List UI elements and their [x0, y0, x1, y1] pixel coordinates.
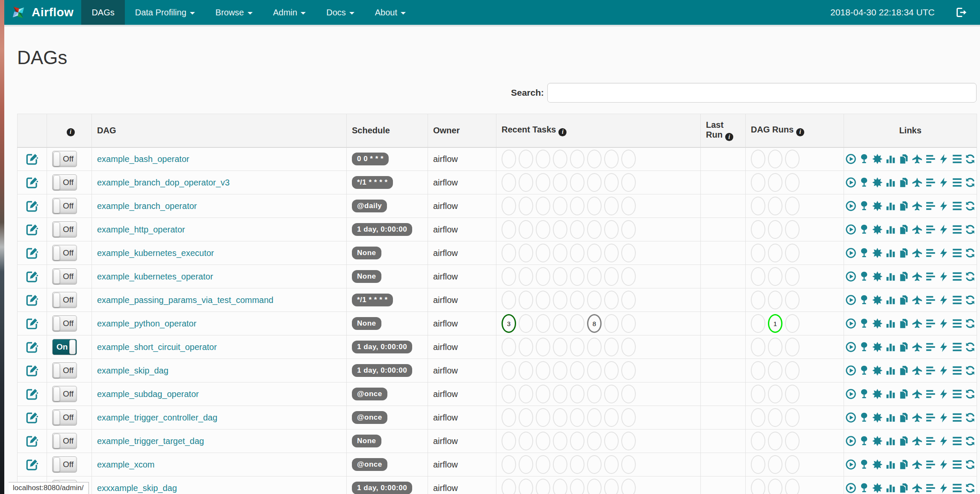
recent-task-circle[interactable]: [604, 220, 619, 239]
tree-view-icon[interactable]: [859, 318, 870, 329]
recent-task-circle[interactable]: [553, 455, 567, 474]
dag-run-circle[interactable]: [785, 173, 800, 192]
dag-link[interactable]: example_bash_operator: [97, 154, 189, 164]
dag-link[interactable]: example_xcom: [97, 460, 155, 469]
task-duration-icon[interactable]: [885, 482, 896, 494]
tree-view-icon[interactable]: [859, 482, 870, 494]
dag-run-circle[interactable]: [768, 408, 782, 427]
recent-task-circle[interactable]: [553, 479, 567, 494]
recent-task-circle[interactable]: [621, 291, 636, 309]
recent-task-circle[interactable]: [570, 220, 584, 239]
recent-task-circle[interactable]: [621, 432, 636, 450]
gantt-view-icon[interactable]: [925, 459, 936, 470]
recent-task-circle[interactable]: [570, 291, 584, 309]
dag-pause-toggle[interactable]: On: [52, 339, 77, 355]
recent-task-circle[interactable]: [570, 455, 584, 474]
search-input[interactable]: [547, 83, 977, 103]
recent-task-circle[interactable]: [621, 150, 636, 168]
dag-run-circle[interactable]: [785, 479, 800, 494]
info-icon[interactable]: i: [725, 133, 733, 141]
landing-times-icon[interactable]: [912, 271, 923, 282]
recent-task-circle[interactable]: [536, 455, 550, 474]
column-header-recent-tasks[interactable]: Recent Tasksi: [496, 114, 701, 147]
recent-task-circle[interactable]: [570, 150, 584, 168]
code-view-icon[interactable]: [938, 412, 949, 423]
dag-run-circle[interactable]: [751, 479, 765, 494]
edit-dag-icon[interactable]: [26, 411, 38, 424]
recent-task-circle[interactable]: [587, 338, 602, 356]
recent-task-circle[interactable]: [587, 385, 602, 403]
info-icon[interactable]: i: [67, 128, 75, 136]
gantt-view-icon[interactable]: [925, 482, 936, 494]
gantt-view-icon[interactable]: [925, 271, 936, 282]
task-duration-icon[interactable]: [885, 224, 896, 235]
task-tries-icon[interactable]: [898, 153, 909, 165]
dag-link[interactable]: example_branch_operator: [97, 201, 197, 211]
refresh-icon[interactable]: [965, 318, 976, 329]
recent-task-circle[interactable]: [553, 338, 567, 356]
dag-run-circle[interactable]: [785, 385, 800, 403]
edit-dag-icon[interactable]: [26, 200, 38, 212]
edit-dag-icon[interactable]: [26, 223, 38, 236]
dag-run-circle[interactable]: 1: [768, 314, 782, 333]
recent-task-circle[interactable]: [502, 220, 516, 239]
trigger-dag-icon[interactable]: [845, 271, 856, 282]
recent-task-circle[interactable]: [536, 197, 550, 215]
logs-icon[interactable]: [951, 224, 962, 235]
code-view-icon[interactable]: [938, 294, 949, 306]
dag-run-circle[interactable]: [751, 314, 765, 333]
dag-link[interactable]: example_skip_dag: [97, 366, 168, 375]
recent-task-circle[interactable]: [553, 267, 567, 286]
recent-task-circle[interactable]: [621, 361, 636, 380]
tree-view-icon[interactable]: [859, 271, 870, 282]
recent-task-circle[interactable]: [587, 432, 602, 450]
recent-task-circle[interactable]: [587, 361, 602, 380]
landing-times-icon[interactable]: [912, 177, 923, 188]
edit-dag-icon[interactable]: [26, 341, 38, 353]
landing-times-icon[interactable]: [912, 224, 923, 235]
task-tries-icon[interactable]: [898, 365, 909, 376]
task-duration-icon[interactable]: [885, 412, 896, 423]
dag-run-circle[interactable]: [768, 173, 782, 192]
landing-times-icon[interactable]: [912, 200, 923, 212]
recent-task-circle[interactable]: [536, 244, 550, 262]
code-view-icon[interactable]: [938, 365, 949, 376]
refresh-icon[interactable]: [965, 247, 976, 259]
recent-task-circle[interactable]: [587, 244, 602, 262]
recent-task-circle[interactable]: [519, 314, 533, 333]
recent-task-circle[interactable]: [621, 479, 636, 494]
task-duration-icon[interactable]: [885, 341, 896, 353]
recent-task-circle[interactable]: [502, 361, 516, 380]
refresh-icon[interactable]: [965, 153, 976, 165]
recent-task-circle[interactable]: [536, 479, 550, 494]
dag-run-circle[interactable]: [768, 338, 782, 356]
refresh-icon[interactable]: [965, 482, 976, 494]
tree-view-icon[interactable]: [859, 224, 870, 235]
recent-task-circle[interactable]: [604, 314, 619, 333]
logs-icon[interactable]: [951, 200, 962, 212]
dag-run-circle[interactable]: [768, 197, 782, 215]
dag-run-circle[interactable]: [768, 220, 782, 239]
logs-icon[interactable]: [951, 482, 962, 494]
recent-task-circle[interactable]: [570, 479, 584, 494]
recent-task-circle[interactable]: [587, 220, 602, 239]
tree-view-icon[interactable]: [859, 341, 870, 353]
recent-task-circle[interactable]: [502, 455, 516, 474]
trigger-dag-icon[interactable]: [845, 412, 856, 423]
landing-times-icon[interactable]: [912, 459, 923, 470]
dag-pause-toggle[interactable]: Off: [52, 268, 77, 285]
dag-pause-toggle[interactable]: Off: [52, 245, 77, 261]
code-view-icon[interactable]: [938, 482, 949, 494]
recent-task-circle[interactable]: [536, 220, 550, 239]
recent-task-circle[interactable]: [553, 244, 567, 262]
dag-run-circle[interactable]: [751, 291, 765, 309]
recent-task-circle[interactable]: [502, 197, 516, 215]
gantt-view-icon[interactable]: [925, 224, 936, 235]
landing-times-icon[interactable]: [912, 412, 923, 423]
gantt-view-icon[interactable]: [925, 177, 936, 188]
recent-task-circle[interactable]: [519, 408, 533, 427]
gantt-view-icon[interactable]: [925, 365, 936, 376]
recent-task-circle[interactable]: [587, 267, 602, 286]
trigger-dag-icon[interactable]: [845, 388, 856, 400]
task-duration-icon[interactable]: [885, 153, 896, 165]
